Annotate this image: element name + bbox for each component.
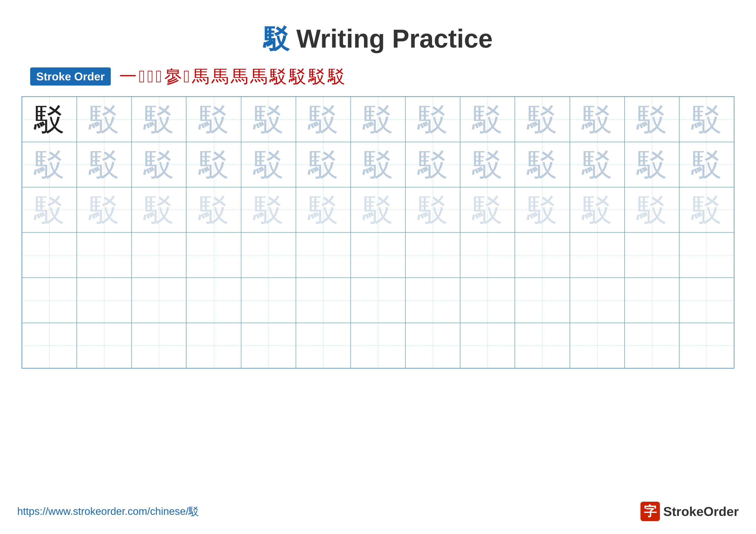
cell-r4-c1[interactable] xyxy=(22,232,77,278)
cell-r2-c2[interactable]: 駁 xyxy=(77,142,131,187)
cell-r5-c6[interactable] xyxy=(296,278,351,323)
cell-r2-c7[interactable]: 駁 xyxy=(351,142,405,187)
strokeorder-logo-icon: 字 xyxy=(640,502,660,521)
cell-r3-c3[interactable]: 駁 xyxy=(131,187,186,232)
cell-r6-c3[interactable] xyxy=(131,323,186,368)
cell-r1-c9[interactable]: 駁 xyxy=(460,97,515,142)
stroke-14: 駁 xyxy=(328,68,345,85)
cell-r4-c10[interactable] xyxy=(515,232,570,278)
cell-r1-c7[interactable]: 駁 xyxy=(351,97,405,142)
cell-r4-c6[interactable] xyxy=(296,232,351,278)
cell-r2-c9[interactable]: 駁 xyxy=(460,142,515,187)
stroke-5: 㣎 xyxy=(164,68,181,85)
cell-r6-c6[interactable] xyxy=(296,323,351,368)
cell-r2-c5[interactable]: 駁 xyxy=(241,142,296,187)
cell-r2-c12[interactable]: 駁 xyxy=(625,142,679,187)
cell-r5-c5[interactable] xyxy=(241,278,296,323)
cell-r4-c13[interactable] xyxy=(679,232,734,278)
cell-r5-c9[interactable] xyxy=(460,278,515,323)
cell-r4-c4[interactable] xyxy=(186,232,241,278)
cell-r5-c3[interactable] xyxy=(131,278,186,323)
cell-r5-c1[interactable] xyxy=(22,278,77,323)
stroke-order-badge: Stroke Order xyxy=(30,67,111,86)
cell-r5-c7[interactable] xyxy=(351,278,405,323)
stroke-sequence: 一 𠃌 𠃊 𠃎 㣎 𩡬 馬 馬 馬 馬 駁 駁 駁 駁 xyxy=(115,68,739,85)
page-title: 駁 Writing Practice xyxy=(263,24,493,53)
cell-r4-c12[interactable] xyxy=(625,232,679,278)
cell-r3-c11[interactable]: 駁 xyxy=(570,187,625,232)
cell-r6-c12[interactable] xyxy=(625,323,679,368)
stroke-4: 𠃎 xyxy=(156,68,162,85)
cell-r1-c6[interactable]: 駁 xyxy=(296,97,351,142)
cell-r5-c2[interactable] xyxy=(77,278,131,323)
cell-r5-c8[interactable] xyxy=(405,278,460,323)
footer: https://www.strokeorder.com/chinese/駁 字 … xyxy=(17,502,739,521)
stroke-12: 駁 xyxy=(289,68,306,85)
cell-r2-c10[interactable]: 駁 xyxy=(515,142,570,187)
cell-r1-c10[interactable]: 駁 xyxy=(515,97,570,142)
cell-r5-c13[interactable] xyxy=(679,278,734,323)
cell-r6-c9[interactable] xyxy=(460,323,515,368)
cell-r6-c13[interactable] xyxy=(679,323,734,368)
cell-r2-c13[interactable]: 駁 xyxy=(679,142,734,187)
title-text: Writing Practice xyxy=(289,24,493,53)
cell-r5-c10[interactable] xyxy=(515,278,570,323)
cell-r4-c9[interactable] xyxy=(460,232,515,278)
cell-r4-c8[interactable] xyxy=(405,232,460,278)
cell-r3-c10[interactable]: 駁 xyxy=(515,187,570,232)
cell-r2-c4[interactable]: 駁 xyxy=(186,142,241,187)
cell-r1-c12[interactable]: 駁 xyxy=(625,97,679,142)
cell-r4-c5[interactable] xyxy=(241,232,296,278)
cell-r6-c1[interactable] xyxy=(22,323,77,368)
stroke-13: 駁 xyxy=(309,68,326,85)
practice-grid: 駁 駁 駁 駁 駁 駁 駁 駁 駁 駁 駁 駁 駁 駁 駁 駁 駁 駁 駁 駁 … xyxy=(21,96,735,369)
cell-r4-c7[interactable] xyxy=(351,232,405,278)
cell-r1-c11[interactable]: 駁 xyxy=(570,97,625,142)
cell-r3-c13[interactable]: 駁 xyxy=(679,187,734,232)
cell-r1-c1[interactable]: 駁 xyxy=(22,97,77,142)
cell-r3-c4[interactable]: 駁 xyxy=(186,187,241,232)
title-char: 駁 xyxy=(263,24,289,53)
cell-r6-c8[interactable] xyxy=(405,323,460,368)
cell-r3-c7[interactable]: 駁 xyxy=(351,187,405,232)
cell-r3-c12[interactable]: 駁 xyxy=(625,187,679,232)
footer-logo: 字 StrokeOrder xyxy=(640,502,739,521)
cell-r5-c11[interactable] xyxy=(570,278,625,323)
cell-r3-c6[interactable]: 駁 xyxy=(296,187,351,232)
cell-r1-c13[interactable]: 駁 xyxy=(679,97,734,142)
cell-r2-c6[interactable]: 駁 xyxy=(296,142,351,187)
cell-r4-c2[interactable] xyxy=(77,232,131,278)
cell-r3-c8[interactable]: 駁 xyxy=(405,187,460,232)
cell-r5-c4[interactable] xyxy=(186,278,241,323)
cell-r2-c8[interactable]: 駁 xyxy=(405,142,460,187)
cell-r1-c8[interactable]: 駁 xyxy=(405,97,460,142)
page: 駁 Writing Practice Stroke Order 一 𠃌 𠃊 𠃎 … xyxy=(0,0,756,534)
cell-r2-c3[interactable]: 駁 xyxy=(131,142,186,187)
cell-r3-c2[interactable]: 駁 xyxy=(77,187,131,232)
stroke-10: 馬 xyxy=(250,68,267,85)
cell-r6-c7[interactable] xyxy=(351,323,405,368)
cell-r6-c5[interactable] xyxy=(241,323,296,368)
stroke-1: 一 xyxy=(120,68,137,85)
cell-r3-c9[interactable]: 駁 xyxy=(460,187,515,232)
cell-r1-c2[interactable]: 駁 xyxy=(77,97,131,142)
stroke-9: 馬 xyxy=(231,68,248,85)
cell-r5-c12[interactable] xyxy=(625,278,679,323)
stroke-8: 馬 xyxy=(211,68,229,85)
cell-r1-c3[interactable]: 駁 xyxy=(131,97,186,142)
cell-r2-c11[interactable]: 駁 xyxy=(570,142,625,187)
cell-r4-c11[interactable] xyxy=(570,232,625,278)
footer-url[interactable]: https://www.strokeorder.com/chinese/駁 xyxy=(17,504,199,518)
cell-r6-c2[interactable] xyxy=(77,323,131,368)
cell-r6-c4[interactable] xyxy=(186,323,241,368)
cell-r6-c11[interactable] xyxy=(570,323,625,368)
cell-r1-c4[interactable]: 駁 xyxy=(186,97,241,142)
cell-r2-c1[interactable]: 駁 xyxy=(22,142,77,187)
cell-r3-c1[interactable]: 駁 xyxy=(22,187,77,232)
stroke-11: 駁 xyxy=(270,68,287,85)
cell-r6-c10[interactable] xyxy=(515,323,570,368)
cell-r1-c5[interactable]: 駁 xyxy=(241,97,296,142)
stroke-2: 𠃌 xyxy=(139,68,145,85)
cell-r4-c3[interactable] xyxy=(131,232,186,278)
cell-r3-c5[interactable]: 駁 xyxy=(241,187,296,232)
